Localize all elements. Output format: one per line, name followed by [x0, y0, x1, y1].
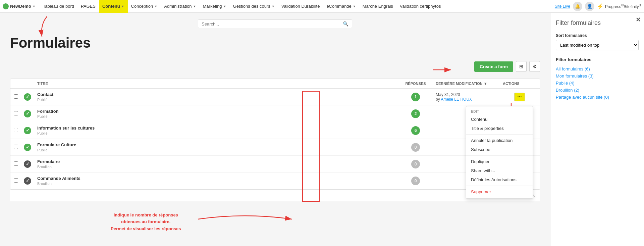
row-checkbox-formation[interactable] — [14, 111, 18, 115]
row-checkbox-formulaire-culture[interactable] — [14, 145, 18, 149]
dropdown-item-subscribe[interactable]: Subscribe — [466, 145, 533, 154]
nav-conception-arrow: ▼ — [154, 5, 157, 8]
row-checkbox-contact[interactable] — [14, 94, 18, 99]
item-subtitle-formulaire-culture: Publié — [37, 148, 395, 152]
annotation-to-responses-arrow — [195, 209, 302, 229]
table-header: TITRE RÉPONSES DERNIÈRE MODIFICATION ▼ A… — [10, 79, 540, 89]
nav-marketing[interactable]: Marketing ▼ — [200, 0, 230, 13]
item-title-formulaire: Formulaire — [37, 159, 395, 164]
nav-gestions[interactable]: Gestions des cours ▼ — [230, 0, 278, 13]
dropdown-item-autorisations[interactable]: Définir les Autorisations — [466, 175, 533, 184]
date-info-contact: May 31, 2023 by Amélie LE ROUX — [436, 92, 503, 102]
dropdown-divider-1 — [466, 134, 533, 135]
forms-table: TITRE RÉPONSES DERNIÈRE MODIFICATION ▼ A… — [10, 79, 540, 190]
author-contact[interactable]: Amélie LE ROUX — [441, 97, 472, 102]
dropdown-divider-2 — [466, 155, 533, 156]
sort-arrow-icon: ▼ — [484, 82, 487, 86]
nav-marketing-label: Marketing — [203, 4, 222, 9]
by-contact: by Amélie LE ROUX — [436, 97, 503, 102]
create-form-button[interactable]: Create a form — [474, 61, 513, 72]
dropdown-menu: EDIT Contenu Title & properties Annuler … — [466, 106, 533, 199]
dropdown-edit-label: EDIT — [466, 108, 533, 115]
search-input[interactable] — [202, 21, 343, 27]
col-actions: ACTIONS — [503, 82, 536, 86]
dropdown-item-contenu[interactable]: Contenu — [466, 115, 533, 124]
dropdown-item-dupliquer[interactable]: Dupliquer — [466, 157, 533, 166]
nav-administration-arrow: ▼ — [193, 5, 196, 8]
filter-button[interactable]: ⊞ — [516, 61, 527, 72]
nav-validation[interactable]: Validation Durabilité — [278, 0, 323, 13]
annotation-line1: Indique le nombre de réponses — [111, 212, 181, 219]
filter-section-title: Filter formulaires — [556, 57, 639, 62]
nav-conception[interactable]: Conception ▼ — [128, 0, 161, 13]
nav-tableau[interactable]: Tableau de bord — [40, 0, 77, 13]
nav-certiphytos-label: Validation certiphytos — [400, 4, 441, 9]
brand-dot — [3, 3, 9, 9]
nav-contenu-label: Contenu — [102, 4, 120, 9]
table-footer: 6 formulaires — [10, 190, 540, 201]
table-row: ✓ Formulaire Brouillon 0 — [10, 156, 540, 173]
nav-contenu-arrow: ▼ — [121, 5, 124, 8]
status-icon-commande: ✓ — [24, 177, 31, 185]
responses-badge-formulaire-culture[interactable]: 0 — [411, 143, 420, 152]
responses-badge-formulaire[interactable]: 0 — [411, 160, 420, 168]
dropdown-item-title[interactable]: Title & properties — [466, 124, 533, 133]
status-icon-information: ✓ — [24, 127, 31, 134]
dropdown-item-annuler[interactable]: Annuler la publication — [466, 136, 533, 145]
item-title-formulaire-culture: Formulaire Culture — [37, 142, 395, 147]
responses-badge-information[interactable]: 6 — [411, 126, 420, 135]
search-icon[interactable]: 🔍 — [343, 21, 348, 27]
filter-icon: ⊞ — [519, 64, 523, 69]
brand-name: NewDemo — [10, 4, 31, 9]
status-icon-formation: ✓ — [24, 110, 31, 117]
row-checkbox-commande[interactable] — [14, 178, 18, 183]
date-contact: May 31, 2023 — [436, 92, 503, 97]
row-checkbox-information[interactable] — [14, 128, 18, 132]
settings-button[interactable]: ⚙ — [529, 61, 540, 72]
status-icon-formulaire-culture: ✓ — [24, 144, 31, 151]
col-derniere-label: DERNIÈRE MODIFICATION — [436, 82, 483, 86]
search-bar: 🔍 — [198, 19, 352, 28]
annotation-line2: obtenues au formulaire. — [111, 218, 181, 226]
site-live-link[interactable]: Site Live — [555, 4, 570, 9]
more-actions-button-contact[interactable]: ··· — [514, 93, 525, 101]
nav-certiphytos[interactable]: Validation certiphytos — [396, 0, 444, 13]
nav-conception-label: Conception — [131, 4, 153, 9]
responses-badge-contact[interactable]: 1 — [411, 93, 420, 101]
dropdown-item-share[interactable]: Share with... — [466, 166, 533, 175]
item-subtitle-information: Publié — [37, 131, 395, 135]
nav-ecommande[interactable]: eCommande ▼ — [323, 0, 359, 13]
nav-marche[interactable]: Marché Engrais — [359, 0, 396, 13]
filter-item-publie[interactable]: Publié (4) — [556, 80, 639, 87]
table-row: ✓ Information sur les cultures Publié 6 — [10, 122, 540, 139]
col-status — [24, 82, 37, 86]
item-subtitle-commande: Brouillon — [37, 182, 395, 186]
responses-badge-commande[interactable]: 0 — [411, 177, 420, 185]
nav-administration[interactable]: Administration ▼ — [161, 0, 199, 13]
filter-item-partage[interactable]: Partagé avec aucun site (0) — [556, 94, 639, 101]
right-panel: ✕ Filter formulaires Sort formulaires La… — [550, 13, 644, 246]
close-panel-button[interactable]: ✕ — [636, 16, 641, 23]
item-title-commande: Commande Aliments — [37, 176, 395, 181]
user-avatar-btn[interactable]: 👤 — [585, 2, 594, 11]
filter-item-all[interactable]: All formulaires (6) — [556, 65, 639, 72]
responses-badge-formation[interactable]: 2 — [411, 109, 420, 118]
brand-logo[interactable]: NewDemo ▼ — [3, 3, 36, 9]
sort-select[interactable]: Last modified on top Title A-Z Title Z-A… — [556, 40, 639, 50]
user-notifications-btn[interactable]: 🔔 — [573, 2, 582, 11]
annotation-arrow-settings — [433, 66, 453, 73]
dropdown-item-supprimer[interactable]: Supprimer — [466, 187, 533, 196]
item-title-information: Information sur les cultures — [37, 126, 395, 131]
table-row: ✓ Formation Publié 2 — [10, 105, 540, 122]
nav-contenu[interactable]: Contenu ▼ — [99, 0, 128, 13]
nav-pages[interactable]: PAGES — [77, 0, 99, 13]
nav-marche-label: Marché Engrais — [363, 4, 393, 9]
table-row: ✓ Commande Aliments Brouillon 0 — [10, 173, 540, 189]
filter-item-mon[interactable]: Mon formulaires (3) — [556, 72, 639, 80]
status-icon-formulaire: ✓ — [24, 160, 31, 168]
nav-pages-label: PAGES — [81, 4, 96, 9]
row-checkbox-formulaire[interactable] — [14, 161, 18, 166]
item-title-contact: Contact — [37, 92, 395, 97]
item-subtitle-formation: Publié — [37, 114, 395, 118]
filter-item-brouillon[interactable]: Brouillon (2) — [556, 87, 639, 94]
